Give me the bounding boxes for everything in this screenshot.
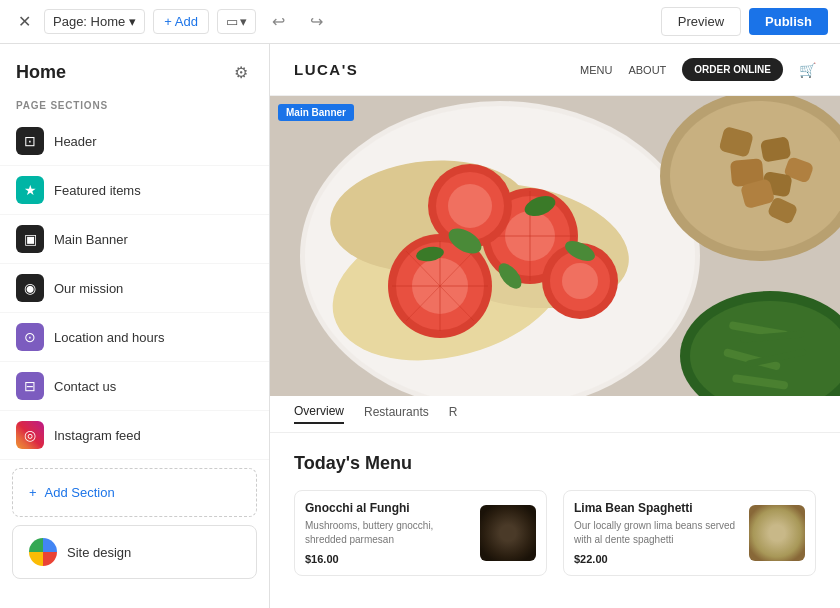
sidebar-item-icon-0: ⊡: [16, 127, 44, 155]
sidebar-item-label-4: Location and hours: [54, 330, 165, 345]
sidebar-item-icon-1: ★: [16, 176, 44, 204]
add-label: + Add: [164, 14, 198, 29]
sidebar-item-icon-6: ◎: [16, 421, 44, 449]
menu-items-list: Gnocchi al Funghi Mushrooms, buttery gno…: [294, 490, 816, 576]
settings-gear-icon[interactable]: ⚙: [229, 60, 253, 84]
close-button[interactable]: ✕: [12, 10, 36, 34]
sidebar-item-label-2: Main Banner: [54, 232, 128, 247]
sidebar: Home ⚙ PAGE SECTIONS ⊡Header★Featured it…: [0, 44, 270, 608]
menu-item-gnocchi-info: Gnocchi al Funghi Mushrooms, buttery gno…: [305, 501, 470, 565]
svg-point-24: [562, 263, 598, 299]
sidebar-item-icon-5: ⊟: [16, 372, 44, 400]
nav-order-button[interactable]: ORDER ONLINE: [682, 58, 783, 81]
nav-menu-link[interactable]: MENU: [580, 64, 612, 76]
nav-cart-icon[interactable]: 🛒: [799, 62, 816, 78]
add-section-button[interactable]: + Add Section: [12, 468, 257, 517]
add-section-icon: +: [29, 485, 37, 500]
preview-button[interactable]: Preview: [661, 7, 741, 36]
page-label: Page: Home: [53, 14, 125, 29]
sidebar-item-icon-2: ▣: [16, 225, 44, 253]
banner-tag: Main Banner: [278, 104, 354, 121]
website-nav: LUCA'S MENU ABOUT ORDER ONLINE 🛒: [270, 44, 840, 96]
sidebar-item-main-banner[interactable]: ▣Main Banner: [0, 215, 269, 264]
sidebar-item-featured-items[interactable]: ★Featured items: [0, 166, 269, 215]
sidebar-item-header[interactable]: ⊡Header: [0, 117, 269, 166]
menu-title: Today's Menu: [294, 453, 816, 474]
toolbar: ✕ Page: Home ▾ + Add ▭ ▾ ↩ ↪ Preview Pub…: [0, 0, 840, 44]
sidebar-item-instagram-feed[interactable]: ◎Instagram feed: [0, 411, 269, 460]
menu-item-gnocchi-price: $16.00: [305, 553, 470, 565]
sidebar-item-label-6: Instagram feed: [54, 428, 141, 443]
add-section-label: Add Section: [45, 485, 115, 500]
sidebar-item-location-and-hours[interactable]: ⊙Location and hours: [0, 313, 269, 362]
sidebar-item-contact-us[interactable]: ⊟Contact us: [0, 362, 269, 411]
sidebar-item-label-5: Contact us: [54, 379, 116, 394]
tab-overview[interactable]: Overview: [294, 404, 344, 424]
menu-item-gnocchi-desc: Mushrooms, buttery gnocchi, shredded par…: [305, 519, 470, 547]
sidebar-items-list: ⊡Header★Featured items▣Main Banner◉Our m…: [0, 117, 269, 460]
sidebar-item-label-0: Header: [54, 134, 97, 149]
page-selector[interactable]: Page: Home ▾: [44, 9, 145, 34]
menu-item-lima-info: Lima Bean Spaghetti Our locally grown li…: [574, 501, 739, 565]
svg-point-21: [448, 184, 492, 228]
menu-item-lima-name: Lima Bean Spaghetti: [574, 501, 739, 515]
sidebar-item-label-1: Featured items: [54, 183, 141, 198]
main-layout: Home ⚙ PAGE SECTIONS ⊡Header★Featured it…: [0, 44, 840, 608]
menu-item-lima-image: [749, 505, 805, 561]
menu-item-lima-price: $22.00: [574, 553, 739, 565]
menu-item-lima-desc: Our locally grown lima beans served with…: [574, 519, 739, 547]
redo-button[interactable]: ↪: [302, 7, 332, 37]
tab-restaurants[interactable]: Restaurants: [364, 405, 429, 423]
menu-item-gnocchi: Gnocchi al Funghi Mushrooms, buttery gno…: [294, 490, 547, 576]
sidebar-item-icon-4: ⊙: [16, 323, 44, 351]
tab-r[interactable]: R: [449, 405, 458, 423]
banner-food-svg: [270, 96, 840, 396]
menu-section: Today's Menu Gnocchi al Funghi Mushrooms…: [270, 433, 840, 596]
undo-icon: ↩: [272, 12, 285, 31]
sidebar-item-our-mission[interactable]: ◉Our mission: [0, 264, 269, 313]
menu-item-gnocchi-name: Gnocchi al Funghi: [305, 501, 470, 515]
chevron-down-icon: ▾: [129, 14, 136, 29]
nav-about-link[interactable]: ABOUT: [628, 64, 666, 76]
undo-button[interactable]: ↩: [264, 7, 294, 37]
sidebar-title: Home: [16, 62, 66, 83]
sidebar-header: Home ⚙: [0, 44, 269, 92]
device-icon: ▭: [226, 14, 238, 29]
website-logo: LUCA'S: [294, 61, 358, 78]
canvas: LUCA'S MENU ABOUT ORDER ONLINE 🛒 Main Ba…: [270, 44, 840, 608]
site-design-icon: [29, 538, 57, 566]
add-button[interactable]: + Add: [153, 9, 209, 34]
nav-links: MENU ABOUT ORDER ONLINE 🛒: [580, 58, 816, 81]
redo-icon: ↪: [310, 12, 323, 31]
device-selector[interactable]: ▭ ▾: [217, 9, 256, 34]
site-design-button[interactable]: Site design: [12, 525, 257, 579]
device-chevron-icon: ▾: [240, 14, 247, 29]
publish-button[interactable]: Publish: [749, 8, 828, 35]
canvas-inner: LUCA'S MENU ABOUT ORDER ONLINE 🛒 Main Ba…: [270, 44, 840, 608]
tab-bar: Overview Restaurants R: [270, 396, 840, 433]
page-sections-label: PAGE SECTIONS: [0, 92, 269, 117]
sidebar-item-icon-3: ◉: [16, 274, 44, 302]
main-banner-section: Main Banner: [270, 96, 840, 396]
menu-item-lima: Lima Bean Spaghetti Our locally grown li…: [563, 490, 816, 576]
sidebar-item-label-3: Our mission: [54, 281, 123, 296]
menu-item-gnocchi-image: [480, 505, 536, 561]
banner-image: [270, 96, 840, 396]
site-design-label: Site design: [67, 545, 131, 560]
